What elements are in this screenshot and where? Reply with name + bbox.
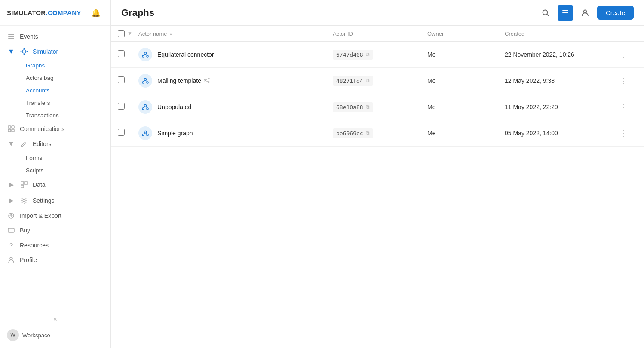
- svg-point-27: [147, 55, 148, 57]
- sidebar-item-editors[interactable]: ▼ Editors: [0, 136, 110, 152]
- sort-arrow-icon: ▲: [169, 31, 173, 36]
- settings-icon: [20, 197, 28, 204]
- row1-more-button[interactable]: ⋮: [616, 48, 630, 61]
- resources-icon: ?: [7, 241, 15, 249]
- sidebar-item-communications[interactable]: Communications: [0, 122, 110, 136]
- data-label: Data: [33, 181, 46, 188]
- svg-point-3: [22, 50, 26, 53]
- create-button[interactable]: Create: [597, 6, 634, 20]
- svg-line-44: [145, 107, 147, 108]
- sidebar-item-buy[interactable]: Buy: [0, 223, 110, 238]
- header-actions: Create: [538, 5, 634, 21]
- owner-label: Owner: [427, 31, 444, 37]
- table-row[interactable]: Mailing template 48271fd4 ⧉ Me 12 May 20…: [111, 68, 644, 94]
- sidebar-item-forms[interactable]: Forms: [19, 152, 110, 164]
- communications-label: Communications: [20, 125, 64, 132]
- row1-checkbox-cell: [118, 50, 138, 59]
- sidebar-item-data[interactable]: ▶ Data: [0, 177, 110, 192]
- row1-id-value: 6747d408: [336, 52, 363, 58]
- main-content: Graphs Create ▼ Actor name: [111, 0, 644, 348]
- row1-actor-name: Equilateral connector: [157, 51, 214, 58]
- svg-point-4: [24, 48, 25, 49]
- svg-rect-8: [8, 126, 11, 128]
- workspace-item[interactable]: W Workspace: [0, 326, 110, 345]
- sidebar-item-transfers[interactable]: Transfers: [19, 97, 110, 109]
- svg-rect-11: [12, 129, 14, 132]
- row4-checkbox[interactable]: [118, 129, 125, 136]
- row1-actions-cell: ⋮: [616, 48, 637, 61]
- sidebar-item-settings[interactable]: ▶ Settings: [0, 192, 110, 208]
- sidebar-item-graphs[interactable]: Graphs: [19, 59, 110, 72]
- sidebar-item-events[interactable]: Events: [0, 29, 110, 44]
- sidebar: SIMULATOR.COMPANY 🔔 Events ▼ Simulator G…: [0, 0, 111, 348]
- profile-label: Profile: [20, 256, 37, 263]
- sidebar-item-actors-bag[interactable]: Actors bag: [19, 72, 110, 84]
- row1-checkbox[interactable]: [118, 50, 125, 57]
- sidebar-item-scripts[interactable]: Scripts: [19, 164, 110, 177]
- user-menu-button[interactable]: [577, 5, 593, 21]
- bell-icon[interactable]: 🔔: [88, 5, 104, 21]
- row4-copy-icon[interactable]: ⧉: [366, 130, 370, 136]
- svg-line-48: [143, 133, 145, 134]
- col-actor-id-header: Actor ID: [333, 31, 427, 37]
- editors-icon: [20, 140, 28, 147]
- row3-checkbox[interactable]: [118, 103, 125, 110]
- row4-actor-name: Simple graph: [157, 130, 193, 137]
- row4-checkbox-cell: [118, 129, 138, 137]
- svg-line-49: [145, 133, 147, 134]
- row2-owner-cell: Me: [427, 77, 505, 84]
- table-row[interactable]: Simple graph be6969ec ⧉ Me 05 May 2022, …: [111, 120, 644, 147]
- sidebar-bottom: « W Workspace: [0, 308, 110, 348]
- col-owner-header: Owner: [427, 31, 505, 37]
- svg-point-7: [27, 51, 28, 52]
- svg-rect-0: [8, 34, 14, 35]
- buy-icon: [7, 227, 15, 234]
- row2-copy-icon[interactable]: ⧉: [366, 78, 370, 84]
- row2-more-button[interactable]: ⋮: [616, 74, 630, 88]
- collapse-sidebar-button[interactable]: «: [0, 312, 110, 326]
- table-row[interactable]: Unpopulated 68e10a88 ⧉ Me 11 May 2022, 2…: [111, 94, 644, 120]
- row4-actor-icon: [138, 126, 152, 140]
- list-view-button[interactable]: [558, 5, 573, 21]
- row3-name-cell: Unpopulated: [138, 100, 333, 114]
- row3-owner-cell: Me: [427, 104, 505, 110]
- col-actor-name-header[interactable]: Actor name ▲: [138, 31, 333, 37]
- row2-checkbox-cell: [118, 76, 138, 85]
- select-all-checkbox[interactable]: [118, 30, 125, 37]
- row3-id-cell: 68e10a88 ⧉: [333, 102, 427, 112]
- svg-rect-14: [21, 185, 24, 188]
- svg-point-46: [142, 134, 144, 136]
- col-checkbox: ▼: [118, 30, 138, 37]
- filter-icon[interactable]: ▼: [127, 31, 132, 37]
- row1-copy-icon[interactable]: ⧉: [366, 52, 370, 58]
- row2-id-badge: 48271fd4 ⧉: [333, 76, 373, 86]
- search-button[interactable]: [538, 5, 553, 21]
- row4-id-value: be6969ec: [336, 130, 363, 137]
- sidebar-item-import-export[interactable]: Import & Export: [0, 208, 110, 223]
- row3-copy-icon[interactable]: ⧉: [366, 104, 370, 110]
- row4-owner-cell: Me: [427, 130, 505, 137]
- table-row[interactable]: Equilateral connector 6747d408 ⧉ Me 22 N…: [111, 42, 644, 68]
- import-export-icon: [7, 212, 15, 219]
- svg-line-34: [145, 81, 147, 82]
- simulator-icon: [20, 48, 28, 55]
- simulator-subnav: Graphs Actors bag Accounts Transfers Tra…: [0, 59, 110, 122]
- svg-line-20: [547, 14, 549, 16]
- svg-point-31: [142, 82, 144, 83]
- svg-line-29: [145, 55, 147, 56]
- sidebar-item-simulator[interactable]: ▼ Simulator: [0, 44, 110, 59]
- row1-id-badge: 6747d408 ⧉: [333, 50, 373, 60]
- sidebar-item-transactions[interactable]: Transactions: [19, 109, 110, 122]
- row3-id-badge: 68e10a88 ⧉: [333, 102, 373, 112]
- svg-point-45: [144, 131, 147, 133]
- sidebar-item-profile[interactable]: Profile: [0, 253, 110, 267]
- row3-more-button[interactable]: ⋮: [616, 100, 630, 114]
- sidebar-item-accounts[interactable]: Accounts: [19, 84, 110, 97]
- row2-actor-name: Mailing template: [157, 77, 210, 84]
- row4-more-button[interactable]: ⋮: [616, 126, 630, 140]
- svg-line-38: [205, 79, 208, 80]
- sidebar-item-resources[interactable]: ? Resources: [0, 238, 110, 253]
- settings-chevron: ▶: [7, 196, 15, 205]
- row2-checkbox[interactable]: [118, 76, 125, 83]
- editors-label: Editors: [33, 140, 52, 147]
